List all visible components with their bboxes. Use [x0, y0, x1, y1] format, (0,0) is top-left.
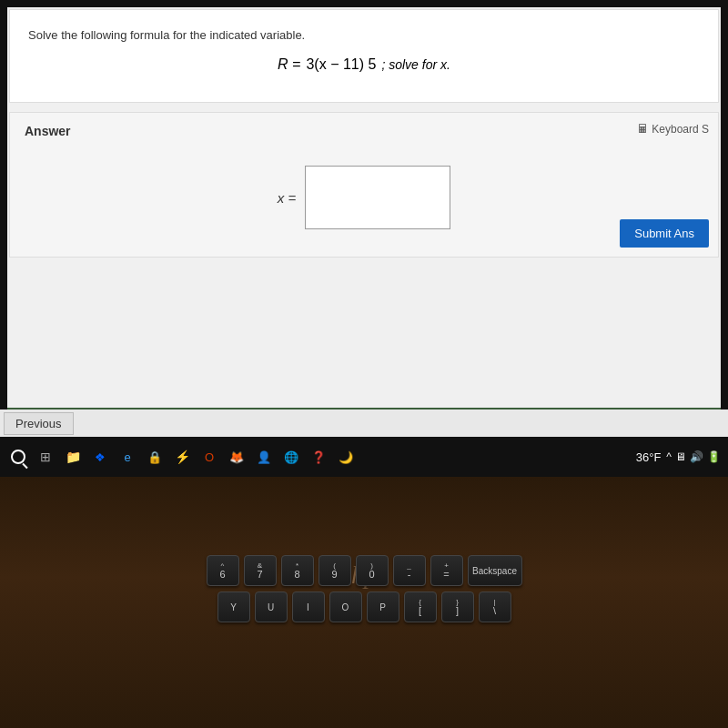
taskbar-explorer-icon[interactable]: 📁 — [62, 446, 84, 468]
taskbar-taskview-icon[interactable]: ⊞ — [35, 446, 56, 468]
submit-answer-button[interactable]: Submit Ans — [620, 219, 709, 248]
taskbar: ⊞ 📁 ❖ e 🔒 ⚡ O 🦊 👤 🌐 ❓ 🌙 36 — [0, 437, 728, 477]
taskbar-dropbox-icon[interactable]: ❖ — [89, 446, 111, 468]
taskbar-network-icon[interactable]: 🖥 — [675, 450, 686, 463]
fraction: 3(x − 11) 5 — [306, 56, 376, 73]
formula-display: R = 3(x − 11) 5 ; solve for x. — [28, 56, 700, 73]
keyboard-shortcut-text: Keyboard S — [652, 123, 709, 136]
key-bracket-right[interactable]: } ] — [441, 592, 474, 622]
taskbar-sound-icon[interactable]: 🔊 — [690, 450, 703, 463]
keyboard-row-numbers: ^ 6 & 7 * 8 ( 9 ) 0 — [207, 555, 522, 586]
key-bracket-left[interactable]: { [ — [404, 592, 437, 622]
taskbar-lock-icon[interactable]: 🔒 — [144, 446, 166, 468]
formula-r-label: R = — [278, 56, 300, 73]
key-6[interactable]: ^ 6 — [207, 555, 239, 586]
key-pipe[interactable]: | \ — [479, 592, 511, 622]
taskbar-search-icon[interactable] — [7, 446, 29, 468]
taskbar-edge-icon[interactable]: e — [116, 446, 138, 468]
formula-suffix: ; solve for x. — [381, 57, 450, 72]
problem-instruction: Solve the following formula for the indi… — [28, 28, 700, 42]
calculator-icon: 🖩 — [637, 122, 649, 136]
problem-area: Solve the following formula for the indi… — [9, 9, 719, 103]
taskbar-bolt-icon[interactable]: ⚡ — [171, 446, 193, 468]
answer-section: Answer 🖩 Keyboard S x = Submit Ans — [9, 112, 719, 258]
answer-label: Answer — [25, 124, 703, 138]
answer-input-area: x = — [25, 166, 703, 229]
key-u[interactable]: U — [255, 592, 288, 622]
key-o[interactable]: O — [329, 592, 362, 622]
taskbar-user-icon[interactable]: 👤 — [253, 446, 275, 468]
taskbar-temperature: 36°F — [636, 450, 662, 464]
key-paren-9[interactable]: ( 9 — [318, 555, 351, 586]
taskbar-battery-icon[interactable]: 🔋 — [707, 450, 721, 463]
x-equals-label: x = — [278, 190, 296, 206]
previous-button[interactable]: Previous — [4, 412, 74, 435]
taskbar-moon-icon[interactable]: 🌙 — [335, 446, 357, 468]
numerator: 3(x − 11) — [306, 56, 364, 72]
key-p[interactable]: P — [367, 592, 399, 622]
key-star-8[interactable]: * 8 — [281, 555, 314, 586]
previous-area: Previous — [0, 410, 728, 437]
keyboard-row-yuiop: Y U I O P { [ } ] | \ — [217, 592, 511, 622]
key-minus[interactable]: _ - — [393, 555, 426, 586]
taskbar-help-icon[interactable]: ❓ — [308, 446, 329, 468]
key-paren-0[interactable]: ) 0 — [356, 555, 389, 586]
keyboard-area: ^ 6 & 7 * 8 ( 9 ) 0 — [0, 546, 728, 728]
key-ampersand-7[interactable]: & 7 — [244, 555, 277, 586]
key-i[interactable]: I — [292, 592, 325, 622]
answer-input-box[interactable] — [305, 166, 450, 229]
taskbar-office-icon[interactable]: O — [198, 446, 220, 468]
taskbar-firefox-icon[interactable]: 🦊 — [226, 446, 248, 468]
taskbar-chrome-icon[interactable]: 🌐 — [280, 446, 302, 468]
taskbar-chevron-icon[interactable]: ^ — [666, 450, 672, 463]
key-y[interactable]: Y — [217, 592, 250, 622]
key-backspace[interactable]: Backspace — [468, 555, 522, 586]
screen: Solve the following formula for the indi… — [0, 0, 728, 437]
keyboard-shortcut-label: 🖩 Keyboard S — [637, 122, 709, 136]
denominator: 5 — [369, 56, 377, 72]
key-plus[interactable]: + = — [430, 555, 463, 586]
taskbar-system-tray: ^ 🖥 🔊 🔋 — [666, 450, 721, 463]
